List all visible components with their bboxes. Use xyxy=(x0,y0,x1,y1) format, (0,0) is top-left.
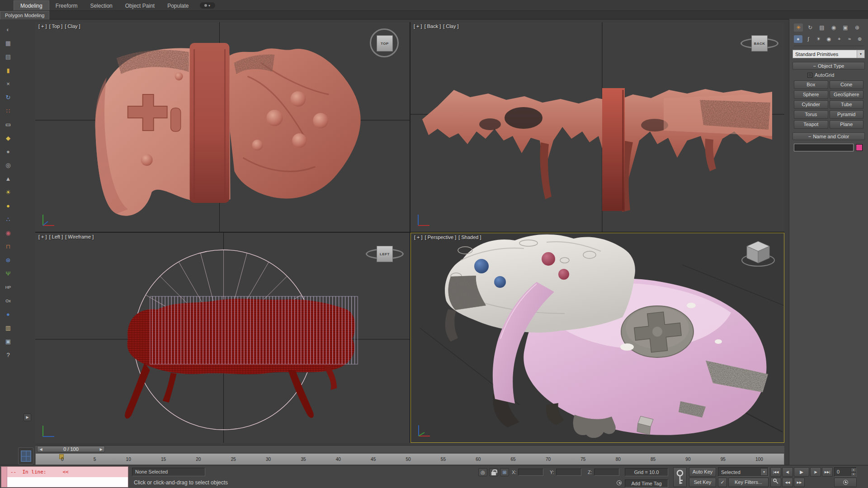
foliage-icon[interactable]: Ψ xyxy=(1,267,15,281)
next-frame-arrow[interactable]: ▶ xyxy=(98,447,104,451)
space-warps-category[interactable]: ≈ xyxy=(845,35,854,43)
viewport-menu-pov[interactable]: [ Perspective ] xyxy=(425,235,457,240)
swirl-icon[interactable]: ⊛ xyxy=(1,253,15,267)
ribbon-options-button[interactable]: ▾ xyxy=(200,2,215,9)
time-slider-track[interactable]: ◀ 0 / 100 ▶ xyxy=(35,445,784,453)
viewcube-face[interactable]: TOP xyxy=(377,35,393,52)
transform-mode-icon[interactable]: ⊞ xyxy=(500,468,509,476)
lights-category[interactable]: ☀ xyxy=(814,35,823,43)
motion-tab[interactable]: ◉ xyxy=(829,23,838,32)
y-coord-field[interactable] xyxy=(556,469,581,476)
viewport-menu-pov[interactable]: [ Back ] xyxy=(425,23,441,29)
rollout-object-type[interactable]: − Object Type xyxy=(793,62,865,70)
viewport-menu-shading[interactable]: [ Clay ] xyxy=(65,23,80,29)
object-type-torus[interactable]: Torus xyxy=(794,110,828,119)
viewport-menu-general[interactable]: [ + ] xyxy=(38,234,47,239)
cut-tool-icon[interactable]: × xyxy=(1,77,15,91)
set-keys-button[interactable] xyxy=(673,467,687,487)
snap-grid-icon[interactable]: ▦ xyxy=(1,37,15,50)
time-configuration-button[interactable] xyxy=(834,478,857,487)
go-to-start-button[interactable]: |◀◀ xyxy=(770,467,781,477)
edit-poly-icon[interactable]: ◐ xyxy=(1,23,15,37)
mini-curve-editor-button[interactable] xyxy=(18,447,33,465)
go-to-end-button[interactable]: ▶▶| xyxy=(822,467,833,477)
spin-tool-icon[interactable]: ↻ xyxy=(1,91,15,104)
spinner-up-icon[interactable]: ▴ xyxy=(851,468,856,472)
chevron-down-icon[interactable]: ▾ xyxy=(760,468,768,476)
perspective-viewport-canvas[interactable] xyxy=(411,233,784,442)
top-viewport-canvas[interactable] xyxy=(35,22,410,232)
hp-tool-icon[interactable]: HP xyxy=(1,281,15,294)
viewport-menu-shading[interactable]: [ Wireframe ] xyxy=(65,234,94,239)
object-type-pyramid[interactable]: Pyramid xyxy=(830,110,864,119)
object-name-input[interactable] xyxy=(794,144,854,151)
ribbon-tab-object-paint[interactable]: Object Paint xyxy=(119,1,161,10)
cameras-category[interactable]: ◉ xyxy=(825,35,833,43)
listener-macro-row[interactable]: -- In line:<< xyxy=(1,467,128,477)
back-viewport-canvas[interactable] xyxy=(410,22,784,232)
current-frame-field[interactable]: 0 ▴ ▾ xyxy=(834,467,857,477)
helpers-category[interactable]: ⌖ xyxy=(835,35,844,43)
object-color-swatch[interactable] xyxy=(856,144,863,151)
object-type-cone[interactable]: Cone xyxy=(830,80,864,89)
selection-lock-icon[interactable] xyxy=(489,468,498,476)
object-type-geosphere[interactable]: GeoSphere xyxy=(830,90,864,99)
ox-tool-icon[interactable]: Ox xyxy=(1,294,15,308)
toolbar-expand-button[interactable]: ▶ xyxy=(24,413,31,421)
display-tab[interactable]: ▣ xyxy=(841,23,850,32)
plane-tool-icon[interactable]: ▭ xyxy=(1,118,15,131)
viewport-menu-pov[interactable]: [ Left ] xyxy=(49,234,63,239)
object-type-box[interactable]: Box xyxy=(794,80,828,89)
viewport-menu-general[interactable]: [ + ] xyxy=(38,23,47,29)
isolate-selection-icon[interactable]: ◎ xyxy=(478,468,487,476)
key-mode-dropdown[interactable]: Selected ▾ xyxy=(718,467,769,477)
tab-polygon-modeling[interactable]: Polygon Modeling xyxy=(0,11,49,19)
viewport-top[interactable]: [ + ] [ Top ] [ Clay ] TOP xyxy=(35,22,410,232)
next-key-button[interactable]: ▶▶ xyxy=(794,478,805,487)
viewcube-top[interactable]: TOP xyxy=(367,26,403,62)
shapes-category[interactable]: ∫ xyxy=(804,35,813,43)
x-coord-field[interactable] xyxy=(518,469,543,476)
sun-light-icon[interactable]: ☀ xyxy=(1,186,15,199)
ribbon-tab-populate[interactable]: Populate xyxy=(161,1,195,10)
conform-brush-icon[interactable]: ∷ xyxy=(1,104,15,118)
paint-deform-icon[interactable]: ▮ xyxy=(1,64,15,77)
systems-category[interactable]: ⊛ xyxy=(855,35,864,43)
help-icon[interactable]: ? xyxy=(1,348,15,362)
key-mode-toggle-button[interactable] xyxy=(770,478,781,487)
rollout-name-and-color[interactable]: − Name and Color xyxy=(793,132,865,140)
geometry-category[interactable]: ● xyxy=(794,35,802,43)
object-type-teapot[interactable]: Teapot xyxy=(794,120,828,129)
viewcube-perspective[interactable] xyxy=(739,237,778,271)
auto-key-button[interactable]: Auto Key xyxy=(689,467,716,477)
cone-tool-icon[interactable]: ▲ xyxy=(1,172,15,186)
scatter-points-icon[interactable]: ∴ xyxy=(1,213,15,226)
viewport-menu-shading[interactable]: [ Clay ] xyxy=(443,23,458,29)
hierarchy-tab[interactable]: ▤ xyxy=(817,23,826,32)
viewcube-back[interactable]: BACK xyxy=(742,26,778,62)
autogrid-checkbox[interactable] xyxy=(807,73,812,78)
previous-frame-arrow[interactable]: ◀ xyxy=(38,447,44,451)
previous-key-button[interactable]: ◀◀ xyxy=(782,478,793,487)
calculator-icon[interactable]: ▥ xyxy=(1,321,15,335)
ribbon-tab-freeform[interactable]: Freeform xyxy=(49,1,84,10)
maxscript-mini-listener[interactable]: -- In line:<< xyxy=(1,466,128,488)
listener-scroll-strip[interactable] xyxy=(1,467,7,487)
object-type-tube[interactable]: Tube xyxy=(830,100,864,109)
z-coord-field[interactable] xyxy=(594,469,619,476)
viewcube-left[interactable]: LEFT xyxy=(367,236,403,272)
track-bar[interactable]: 0510152025303540455055606570758085909510… xyxy=(35,453,784,465)
sphere-blue-icon[interactable]: ● xyxy=(1,308,15,321)
sphere-yellow-icon[interactable]: ● xyxy=(1,199,15,213)
primitive-category-dropdown[interactable]: Standard Primitives ▾ xyxy=(793,50,865,58)
utilities-tab[interactable]: ⊕ xyxy=(853,23,862,32)
frame-spinner[interactable]: ▴ ▾ xyxy=(851,468,856,476)
viewcube-face[interactable]: LEFT xyxy=(377,246,393,262)
set-key-button[interactable]: Set Key xyxy=(689,478,716,487)
next-frame-button[interactable]: |▶ xyxy=(810,467,821,477)
object-type-cylinder[interactable]: Cylinder xyxy=(794,100,828,109)
previous-frame-button[interactable]: ◀| xyxy=(782,467,793,477)
viewport-menu-general[interactable]: [ + ] xyxy=(414,235,423,240)
magnet-icon[interactable]: ⊓ xyxy=(1,240,15,253)
viewport-perspective[interactable]: [ + ] [ Perspective ] [ Shaded ] xyxy=(410,233,784,443)
